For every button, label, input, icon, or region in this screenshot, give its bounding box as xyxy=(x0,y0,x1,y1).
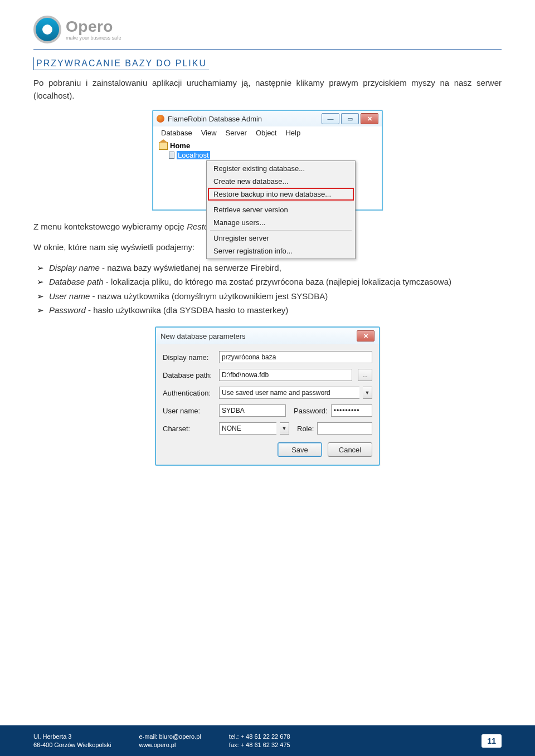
menu-object[interactable]: Object xyxy=(252,128,280,138)
cancel-button[interactable]: Cancel xyxy=(328,442,372,457)
label-display-name: Display name: xyxy=(163,353,216,362)
input-display-name[interactable]: przywrócona baza xyxy=(219,351,372,363)
label-user: User name: xyxy=(163,407,216,415)
menu-help[interactable]: Help xyxy=(282,128,304,138)
window-title: FlameRobin Database Admin xyxy=(168,115,322,123)
minimize-button[interactable]: — xyxy=(322,113,339,124)
intro-paragraph: Po pobraniu i zainstalowaniu aplikacji u… xyxy=(33,77,502,102)
maximize-button[interactable]: ▭ xyxy=(341,113,359,124)
logo-icon xyxy=(33,16,61,43)
tree-view: Home Localhost Register existing databas… xyxy=(153,139,382,209)
label-db-path: Database path: xyxy=(163,371,216,379)
footer-addr1: Ul. Herberta 3 xyxy=(33,733,111,741)
footer-tel: tel.: + 48 61 22 22 678 xyxy=(229,733,290,741)
label-role: Role: xyxy=(297,425,314,433)
ctx-restore-backup[interactable]: Restore backup into new database... xyxy=(208,188,354,201)
context-menu: Register existing database... Create new… xyxy=(206,160,356,259)
home-icon xyxy=(159,142,168,150)
close-button[interactable]: ✕ xyxy=(361,113,378,124)
section-title: PRZYWRACANIE BAZY DO PLIKU xyxy=(33,57,209,70)
logo-brand: Opero xyxy=(66,19,121,35)
footer-addr2: 66-400 Gorzów Wielkopolski xyxy=(33,741,111,749)
label-auth: Authentication: xyxy=(163,389,216,397)
flamerobin-window: FlameRobin Database Admin — ▭ ✕ Database… xyxy=(152,110,383,211)
menu-database[interactable]: Database xyxy=(158,128,196,138)
ctx-manage-users[interactable]: Manage users... xyxy=(208,216,354,229)
select-charset[interactable]: NONE xyxy=(219,422,276,435)
ctx-registration-info[interactable]: Server registration info... xyxy=(208,245,354,257)
select-auth[interactable]: Use saved user name and password xyxy=(219,387,359,399)
footer-email: e-mail: biuro@opero.pl xyxy=(139,733,201,741)
menu-view[interactable]: View xyxy=(198,128,220,138)
chevron-down-icon[interactable]: ▼ xyxy=(363,387,372,399)
list-item: Display name - nazwa bazy wyświetlanej n… xyxy=(49,261,502,274)
label-charset: Charset: xyxy=(163,425,216,433)
list-item: User name - nazwa użytkownika (domyślnym… xyxy=(49,290,502,303)
tree-localhost[interactable]: Localhost xyxy=(169,151,376,159)
browse-button[interactable]: ... xyxy=(358,369,372,381)
save-button[interactable]: Save xyxy=(278,442,322,457)
input-db-path[interactable]: D:\fbd\nowa.fdb xyxy=(219,369,352,381)
input-role[interactable] xyxy=(317,422,372,435)
logo: Opero make your business safe xyxy=(33,16,502,43)
list-item: Password - hasło użytkownika (dla SYSDBA… xyxy=(49,304,502,316)
logo-tagline: make your business safe xyxy=(66,36,121,41)
ctx-unregister[interactable]: Unregister server xyxy=(208,232,354,245)
window-titlebar: FlameRobin Database Admin — ▭ ✕ xyxy=(153,111,382,126)
bullet-list: Display name - nazwa bazy wyświetlanej n… xyxy=(33,261,502,316)
server-icon xyxy=(169,152,174,159)
list-item: Database path - lokalizacja pliku, do kt… xyxy=(49,275,502,288)
ctx-separator xyxy=(210,202,352,202)
chevron-down-icon[interactable]: ▼ xyxy=(280,422,289,435)
close-button[interactable]: ✕ xyxy=(357,330,374,342)
footer-www: www.opero.pl xyxy=(139,741,201,749)
ctx-create-db[interactable]: Create new database... xyxy=(208,175,354,188)
ctx-register-db[interactable]: Register existing database... xyxy=(208,162,354,175)
app-icon xyxy=(157,115,164,123)
input-user[interactable]: SYDBA xyxy=(219,404,286,417)
label-password: Password: xyxy=(294,407,328,415)
footer-fax: fax: + 48 61 62 32 475 xyxy=(229,741,290,749)
page-footer: Ul. Herberta 3 66-400 Gorzów Wielkopolsk… xyxy=(0,725,535,756)
new-db-dialog: New database parameters ✕ Display name: … xyxy=(155,326,380,466)
page-number: 11 xyxy=(481,734,502,748)
menu-server[interactable]: Server xyxy=(222,128,250,138)
menubar: Database View Server Object Help xyxy=(153,126,382,139)
tree-home[interactable]: Home xyxy=(159,142,376,150)
ctx-server-version[interactable]: Retrieve server version xyxy=(208,203,354,216)
input-password[interactable]: ••••••••• xyxy=(331,404,372,417)
dialog-titlebar: New database parameters ✕ xyxy=(156,328,379,344)
ctx-separator xyxy=(210,230,352,231)
divider xyxy=(33,49,502,50)
dialog-title: New database parameters xyxy=(160,332,357,340)
